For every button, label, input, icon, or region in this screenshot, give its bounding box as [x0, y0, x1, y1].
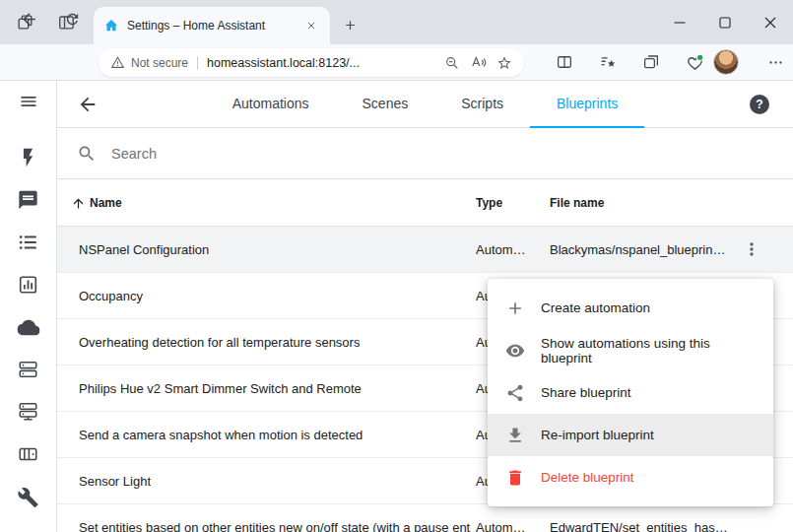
ha-sidebar	[0, 81, 57, 532]
url-text: homeassistant.local:8123/...	[207, 56, 434, 70]
trash-icon	[505, 468, 525, 488]
cloud-icon	[17, 316, 39, 339]
browser-essentials-icon	[686, 53, 704, 72]
new-tab-button[interactable]	[337, 12, 363, 37]
cell-name: Philips Hue v2 Smart Dimmer Switch and R…	[79, 366, 362, 411]
bolt-icon	[17, 147, 38, 168]
split-screen-icon	[556, 53, 573, 71]
tab-scenes[interactable]: Scenes	[336, 81, 435, 128]
menu-item-label: Show automations using this blueprint	[541, 336, 758, 366]
cell-name: Occupancy	[79, 273, 143, 318]
minimize-icon	[674, 17, 686, 29]
sidebar-item-cloud[interactable]	[17, 316, 39, 339]
sidebar-item-server-1[interactable]	[17, 359, 39, 381]
maximize-button[interactable]	[702, 0, 748, 44]
browser-window: Settings – Home Assistant	[0, 0, 793, 532]
row-context-menu: Create automation Show automations using…	[488, 279, 773, 506]
column-header-name[interactable]: Name	[71, 179, 122, 227]
menu-item-label: Delete blueprint	[541, 470, 634, 485]
home-assistant-favicon	[103, 18, 119, 33]
sidebar-item-server-3[interactable]	[17, 443, 39, 466]
security-label: Not secure	[131, 56, 188, 70]
tab-automations[interactable]: Automations	[206, 81, 336, 128]
tab-label: Scripts	[461, 96, 503, 111]
cell-file: EdwardTEN/set_entities_has…	[550, 504, 728, 532]
cell-name: Send a camera snapshot when motion is de…	[79, 412, 363, 457]
sidebar-item-server-2[interactable]	[17, 401, 39, 424]
menu-item-label: Share blueprint	[541, 385, 631, 400]
cell-name: Overheating detection for all temperatur…	[79, 319, 360, 365]
table-header: Name Type File name	[57, 179, 793, 227]
menu-item-label: Create automation	[541, 300, 650, 315]
ha-tab-bar: Automations Scenes Scripts Blueprints	[57, 81, 793, 128]
tab-label: Automations	[232, 96, 309, 111]
sidebar-item-logbook[interactable]	[17, 232, 39, 254]
cell-type: Autom…	[476, 227, 526, 272]
menu-item-create-automation[interactable]: Create automation	[488, 287, 773, 329]
menu-item-reimport-blueprint[interactable]: Re-import blueprint	[488, 414, 773, 456]
menu-item-share-blueprint[interactable]: Share blueprint	[488, 371, 773, 414]
plus-icon	[505, 299, 525, 318]
help-button[interactable]: ?	[750, 95, 769, 114]
address-divider	[197, 56, 198, 70]
favorites-button[interactable]	[596, 51, 620, 73]
close-icon	[764, 17, 776, 29]
sort-ascending-icon	[71, 196, 86, 211]
menu-item-show-automations[interactable]: Show automations using this blueprint	[488, 329, 773, 371]
table-row[interactable]: NSPanel Configuration Autom… Blackymas/n…	[57, 227, 793, 273]
address-bar[interactable]: Not secure homeassistant.local:8123/...	[99, 48, 524, 77]
browser-settings-button[interactable]	[763, 51, 787, 73]
back-arrow-icon	[20, 10, 38, 29]
sidebar-item-energy[interactable]	[17, 147, 39, 169]
not-secure-warning-icon	[110, 55, 125, 70]
browser-refresh-button[interactable]	[57, 7, 87, 31]
column-header-type[interactable]: Type	[476, 179, 502, 227]
favorite-star-icon[interactable]	[496, 55, 512, 71]
sidebar-item-assist[interactable]	[17, 189, 39, 212]
tab-scripts[interactable]: Scripts	[434, 81, 530, 128]
wrench-icon	[17, 487, 38, 508]
search-input[interactable]	[109, 145, 409, 163]
sidebar-item-developer-tools[interactable]	[17, 487, 39, 509]
column-label: File name	[550, 196, 604, 210]
server-network-icon	[17, 401, 38, 423]
maximize-icon	[719, 17, 731, 29]
browser-tab[interactable]: Settings – Home Assistant	[94, 7, 330, 44]
cell-file: Blackymas/nspanel_blueprin…	[550, 227, 725, 272]
sidebar-item-history[interactable]	[17, 274, 39, 297]
nas-icon	[17, 443, 38, 465]
plus-icon	[343, 18, 358, 33]
column-label: Name	[90, 196, 122, 210]
hamburger-icon	[19, 92, 38, 111]
tab-label: Scenes	[363, 96, 409, 111]
collections-button[interactable]	[639, 51, 663, 73]
refresh-icon	[64, 11, 81, 28]
chat-icon	[17, 189, 38, 211]
tab-blueprints[interactable]: Blueprints	[530, 81, 644, 128]
row-overflow-menu-button[interactable]	[742, 239, 761, 259]
window-controls	[657, 0, 793, 44]
table-row[interactable]: Set entities based on other entities new…	[57, 504, 793, 532]
split-screen-button[interactable]	[553, 51, 576, 73]
tab-close-icon[interactable]	[302, 17, 320, 34]
profile-avatar[interactable]	[713, 49, 739, 75]
eye-icon	[505, 341, 525, 361]
tab-label: Blueprints	[557, 96, 618, 111]
cell-name: Sensor Light	[79, 458, 151, 503]
minimize-button[interactable]	[657, 0, 702, 44]
collections-icon	[642, 53, 660, 71]
column-header-file[interactable]: File name	[550, 179, 604, 227]
read-aloud-icon[interactable]	[470, 54, 487, 71]
browser-back-button[interactable]	[14, 7, 43, 31]
zoom-out-icon[interactable]	[444, 55, 460, 71]
question-mark-icon: ?	[756, 98, 762, 111]
chart-icon	[17, 274, 38, 296]
cell-name: NSPanel Configuration	[79, 227, 209, 272]
close-button[interactable]	[748, 0, 793, 44]
download-icon	[505, 426, 525, 445]
browser-essentials-button[interactable]	[683, 51, 706, 73]
sidebar-menu-button[interactable]	[17, 92, 40, 111]
menu-item-delete-blueprint[interactable]: Delete blueprint	[488, 456, 773, 499]
column-label: Type	[476, 196, 502, 210]
search-icon	[77, 144, 97, 164]
